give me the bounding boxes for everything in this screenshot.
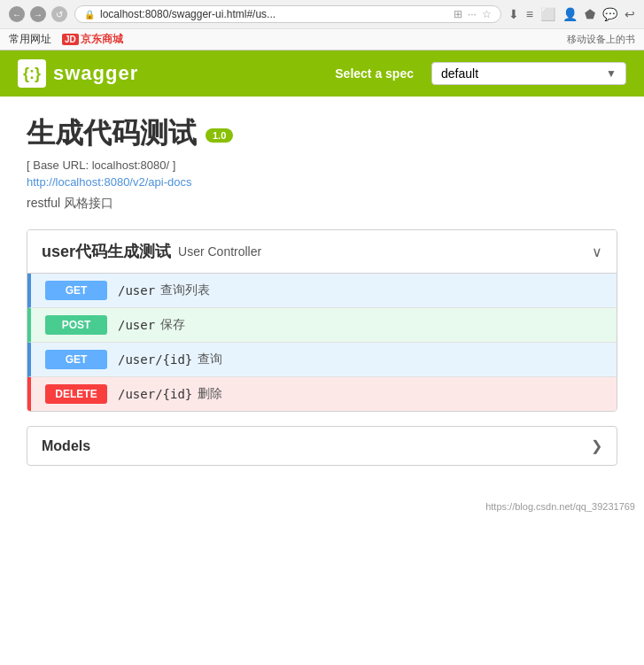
endpoint-summary: 删除: [198, 386, 222, 402]
models-chevron-icon: ❯: [591, 437, 602, 454]
method-badge-get-0: GET: [45, 281, 107, 300]
chat-icon[interactable]: 💬: [602, 7, 617, 21]
swagger-logo: {:} swagger: [18, 59, 138, 88]
api-title: 生成代码测试: [27, 114, 197, 153]
endpoint-row[interactable]: POST/user保存: [27, 308, 617, 343]
browser-nav-icons: ← → ↺: [9, 6, 67, 22]
method-badge-delete-3: DELETE: [45, 384, 107, 404]
url-text: localhost:8080/swagger-ui.html#/us...: [100, 8, 448, 20]
controller-header[interactable]: user代码生成测试 User Controller ∨: [27, 230, 617, 274]
lock-icon: 🔒: [84, 10, 95, 19]
refresh-icon[interactable]: ↺: [51, 6, 67, 22]
star-icon: ☆: [482, 8, 492, 20]
endpoint-summary: 查询: [198, 352, 222, 367]
jd-badge: JD: [62, 34, 79, 45]
method-badge-post-1: POST: [45, 315, 107, 335]
spec-dropdown[interactable]: default ▼: [431, 62, 626, 85]
right-bookmark-info: 移动设备上的书: [567, 33, 635, 46]
api-title-row: 生成代码测试 1.0: [27, 114, 617, 153]
grid-icon: ⊞: [454, 8, 462, 20]
select-spec-label: Select a spec: [335, 66, 414, 81]
endpoint-path: /user: [118, 283, 155, 298]
swagger-header: {:} swagger Select a spec default ▼: [0, 50, 644, 97]
swagger-logo-icon: {:}: [18, 59, 46, 88]
endpoint-path: /user/{id}: [118, 352, 192, 367]
swagger-logo-text: swagger: [53, 62, 138, 85]
more-icon: ···: [468, 8, 477, 20]
api-docs-link[interactable]: http://localhost:8080/v2/api-docs: [27, 175, 617, 189]
bookmarks-bar: 常用网址 JD京东商城 移动设备上的书: [0, 28, 644, 50]
address-bar[interactable]: 🔒 localhost:8080/swagger-ui.html#/us... …: [74, 5, 501, 23]
controller-subtitle: User Controller: [178, 244, 261, 259]
swagger-main: 生成代码测试 1.0 [ Base URL: localhost:8080/ ]…: [0, 97, 644, 498]
controller-title: user代码生成测试: [42, 241, 171, 262]
endpoint-path: /user/{id}: [118, 387, 192, 401]
method-badge-get-2: GET: [45, 350, 107, 369]
browser-chrome: ← → ↺ 🔒 localhost:8080/swagger-ui.html#/…: [0, 0, 644, 50]
api-version-badge: 1.0: [206, 128, 233, 143]
back-icon[interactable]: ←: [9, 6, 25, 22]
bookmark-jd[interactable]: JD京东商城: [62, 32, 123, 47]
endpoint-summary: 查询列表: [160, 282, 210, 298]
endpoint-row[interactable]: DELETE/user/{id}删除: [27, 377, 617, 411]
bookmark-common[interactable]: 常用网址: [9, 32, 51, 47]
download-icon[interactable]: ⬇: [508, 7, 519, 21]
account-icon[interactable]: 👤: [563, 7, 578, 21]
endpoint-summary: 保存: [160, 317, 185, 333]
forward-icon[interactable]: →: [30, 6, 46, 22]
endpoints-container: GET/user查询列表POST/user保存GET/user/{id}查询DE…: [27, 274, 617, 411]
browser-action-icons: ⬇ ≡ ⬜ 👤 ⬟ 💬 ↩: [508, 7, 635, 21]
library-icon[interactable]: ≡: [526, 7, 533, 21]
watermark: https://blog.csdn.net/qq_39231769: [0, 498, 644, 515]
endpoint-path: /user: [118, 318, 155, 332]
controller-section: user代码生成测试 User Controller ∨ GET/user查询列…: [27, 229, 617, 412]
models-title: Models: [42, 438, 90, 454]
endpoint-row[interactable]: GET/user/{id}查询: [27, 343, 617, 377]
back-nav-icon[interactable]: ↩: [625, 7, 635, 21]
controller-chevron-icon: ∨: [592, 244, 602, 260]
dropdown-value: default: [441, 66, 599, 81]
dropdown-arrow-icon: ▼: [606, 67, 617, 80]
sync-icon[interactable]: ⬟: [585, 7, 595, 21]
api-base-url: [ Base URL: localhost:8080/ ]: [27, 159, 617, 172]
models-header[interactable]: Models ❯: [27, 427, 617, 465]
browser-toolbar: ← → ↺ 🔒 localhost:8080/swagger-ui.html#/…: [0, 0, 644, 28]
models-section: Models ❯: [27, 426, 617, 466]
screen-icon[interactable]: ⬜: [540, 7, 555, 21]
watermark-text: https://blog.csdn.net/qq_39231769: [485, 501, 635, 512]
api-description: restful 风格接口: [27, 196, 617, 212]
endpoint-row[interactable]: GET/user查询列表: [27, 274, 617, 308]
